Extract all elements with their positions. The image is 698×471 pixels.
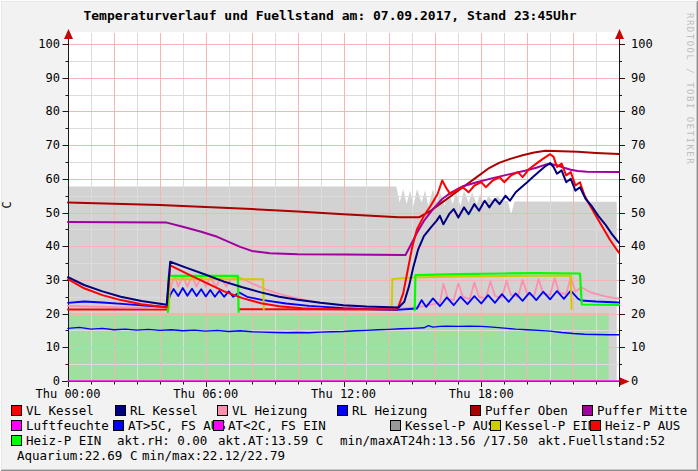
- legend-swatch: [490, 420, 501, 431]
- y-tick-label: 10: [0, 340, 60, 354]
- legend-label: RL Heizung: [352, 403, 427, 418]
- legend-item: Kessel-P AUS: [390, 419, 495, 432]
- legend-label: AT>5C, FS AUS: [128, 418, 226, 433]
- legend-swatch: [582, 405, 593, 416]
- y-tick-label-right: 50: [631, 206, 671, 220]
- legend-item: Luftfeuchte: [11, 419, 109, 432]
- legend-label: Heiz-P EIN: [26, 433, 101, 448]
- legend-swatch: [590, 420, 601, 431]
- legend-label: akt.Fuellstand:: [538, 433, 651, 448]
- legend-item: AT>5C, FS AUS: [113, 419, 226, 432]
- y-tick-label-right: 40: [631, 239, 671, 253]
- legend-item: Puffer Mitte: [582, 404, 687, 417]
- legend-label: Kessel-P AUS: [405, 418, 495, 433]
- y-tick-label: 60: [0, 172, 60, 186]
- legend-item: Heiz-P AUS: [590, 419, 680, 432]
- x-tick-label: Thu 00:00: [33, 387, 103, 401]
- y-tick-label: 0: [0, 374, 60, 388]
- legend-label: Heiz-P AUS: [605, 418, 680, 433]
- y-tick-label-right: 90: [631, 71, 671, 85]
- legend-label: Kessel-P EIN: [505, 418, 595, 433]
- x-tick-label: Thu 12:00: [309, 387, 379, 401]
- legend-label: min/maxAT24h:13.56 /17.50: [340, 433, 528, 448]
- legend-label: VL Heizung: [232, 403, 307, 418]
- y-tick-label: 20: [0, 307, 60, 321]
- legend-item: min/max:22.12/22.79: [142, 449, 285, 462]
- legend-swatch: [470, 405, 481, 416]
- rrd-graph: Temperaturverlauf und Fuellstand am: 07.…: [0, 0, 698, 471]
- y-tick-label: 100: [0, 37, 60, 51]
- legend-label: akt.AT:13.59 C: [218, 433, 323, 448]
- legend-item: akt.AT:13.59 C: [218, 434, 323, 447]
- legend-swatch: [217, 405, 228, 416]
- legend-item: min/maxAT24h:13.56 /17.50: [340, 434, 528, 447]
- legend-swatch: [115, 405, 126, 416]
- y-tick-label-right: 60: [631, 172, 671, 186]
- legend-label: VL Kessel: [26, 403, 94, 418]
- y-tick-label: 50: [0, 206, 60, 220]
- x-tick-label: Thu 06:00: [171, 387, 241, 401]
- y-tick-label: 30: [0, 273, 60, 287]
- legend-item: VL Kessel: [11, 404, 94, 417]
- legend-item: 52: [650, 434, 665, 447]
- legend-item: Kessel-P EIN: [490, 419, 595, 432]
- y-tick-label: 80: [0, 104, 60, 118]
- y-tick-label-right: 80: [631, 104, 671, 118]
- y-tick-label-right: 100: [631, 37, 671, 51]
- legend-item: Puffer Oben: [470, 404, 568, 417]
- legend-swatch: [11, 435, 22, 446]
- y-tick-label-right: 70: [631, 138, 671, 152]
- page-title: Temperaturverlauf und Fuellstand am: 07.…: [0, 8, 660, 23]
- legend-swatch: [213, 420, 224, 431]
- legend-label: akt.rH: 0.00: [117, 433, 207, 448]
- legend-label: RL Kessel: [130, 403, 198, 418]
- y-tick-label-right: 0: [631, 374, 671, 388]
- rrdtool-watermark: RRDTOOL / TOBI OETIKER: [685, 13, 695, 165]
- legend-label: AT<2C, FS EIN: [228, 418, 326, 433]
- legend-label: Luftfeuchte: [26, 418, 109, 433]
- legend-swatch: [337, 405, 348, 416]
- legend-item: RL Heizung: [337, 404, 427, 417]
- legend-swatch: [11, 405, 22, 416]
- y-tick-label-right: 20: [631, 307, 671, 321]
- legend-item: AT<2C, FS EIN: [213, 419, 326, 432]
- legend-swatch: [113, 420, 124, 431]
- legend-item: RL Kessel: [115, 404, 198, 417]
- legend-label: min/max:22.12/22.79: [142, 448, 285, 463]
- legend-swatch: [11, 420, 22, 431]
- legend-item: VL Heizung: [217, 404, 307, 417]
- legend-item: akt.Fuellstand:: [538, 434, 651, 447]
- y-tick-label: 90: [0, 71, 60, 85]
- y-tick-label: 70: [0, 138, 60, 152]
- legend-label: Puffer Mitte: [597, 403, 687, 418]
- legend-label: Puffer Oben: [485, 403, 568, 418]
- legend-item: Aquarium:22.69 C: [17, 449, 137, 462]
- legend-swatch: [390, 420, 401, 431]
- y-tick-label-right: 10: [631, 340, 671, 354]
- y-tick-label: 40: [0, 239, 60, 253]
- legend-item: akt.rH: 0.00: [117, 434, 207, 447]
- legend-label: Aquarium:22.69 C: [17, 448, 137, 463]
- x-axis-arrow: [620, 378, 630, 386]
- legend-label: 52: [650, 433, 665, 448]
- x-tick-label: Thu 18:00: [446, 387, 516, 401]
- y-tick-label-right: 30: [631, 273, 671, 287]
- legend-item: Heiz-P EIN: [11, 434, 101, 447]
